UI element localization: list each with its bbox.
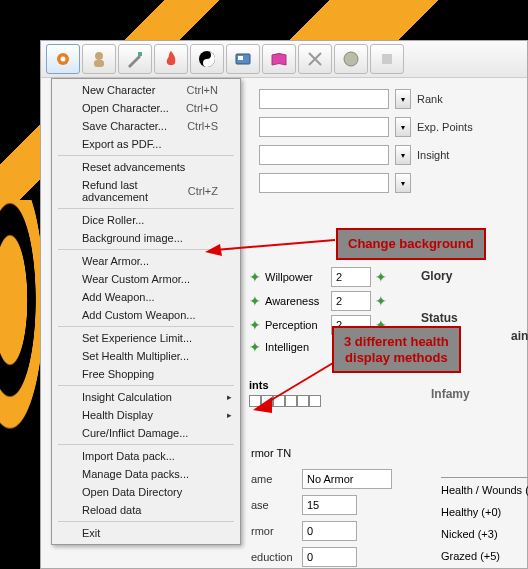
plus-icon[interactable]: ✦	[375, 293, 387, 309]
svg-rect-4	[138, 52, 142, 56]
menu-item[interactable]: Export as PDF...	[54, 135, 238, 153]
tool-coin[interactable]	[334, 44, 368, 74]
menu-item[interactable]: Exit	[54, 524, 238, 542]
tool-crossed[interactable]	[298, 44, 332, 74]
svg-line-12	[263, 360, 338, 405]
exp-field[interactable]	[259, 117, 389, 137]
hw-row: Grazed (+5)	[441, 550, 528, 562]
svg-rect-7	[238, 56, 243, 60]
tool-card[interactable]	[226, 44, 260, 74]
exp-label: Exp. Points	[417, 121, 473, 133]
armor-base-label: ase	[251, 499, 296, 511]
stat-field[interactable]	[331, 291, 371, 311]
tool-yinyang[interactable]	[190, 44, 224, 74]
menu-item[interactable]: Reload data	[54, 501, 238, 519]
armor-name-field[interactable]	[302, 469, 392, 489]
armor-red-label: eduction	[251, 551, 296, 563]
svg-point-8	[344, 52, 358, 66]
menu-item[interactable]: Cure/Inflict Damage...	[54, 424, 238, 442]
svg-marker-11	[205, 244, 222, 256]
armor-name-label: ame	[251, 473, 296, 485]
menu-item[interactable]: Dice Roller...	[54, 211, 238, 229]
plus-icon[interactable]: ✦	[249, 293, 261, 309]
tool-character[interactable]	[82, 44, 116, 74]
rank-label: Rank	[417, 93, 443, 105]
exp-dropdown[interactable]: ▾	[395, 117, 411, 137]
plus-icon[interactable]: ✦	[375, 269, 387, 285]
plus-icon[interactable]: ✦	[249, 269, 261, 285]
menu-item[interactable]: Free Shopping	[54, 365, 238, 383]
tool-swords[interactable]	[118, 44, 152, 74]
plus-icon[interactable]: ✦	[249, 317, 261, 333]
hw-row: Healthy (+0)	[441, 506, 528, 518]
armor-armor-field[interactable]	[302, 521, 357, 541]
armor-base-field[interactable]	[302, 495, 357, 515]
menu-item[interactable]: Open Data Directory	[54, 483, 238, 501]
svg-rect-9	[382, 54, 392, 64]
stat-row: ✦Willpower✦	[249, 267, 387, 287]
status-header: Status	[421, 311, 458, 325]
glory-header: Glory	[421, 269, 458, 283]
armor-tn-label: rmor TN	[251, 447, 392, 459]
tool-misc[interactable]	[370, 44, 404, 74]
tool-book[interactable]	[262, 44, 296, 74]
insight-field[interactable]	[259, 145, 389, 165]
insight-dropdown[interactable]: ▾	[395, 145, 411, 165]
main-menu: New CharacterCtrl+NOpen Character...Ctrl…	[51, 78, 241, 545]
svg-marker-13	[253, 397, 272, 413]
menu-item[interactable]: Set Experience Limit...	[54, 329, 238, 347]
extra-field[interactable]	[259, 173, 389, 193]
annotation-change-bg: Change background	[336, 228, 486, 260]
stat-field[interactable]	[331, 267, 371, 287]
menu-item[interactable]: Health Display	[54, 406, 238, 424]
arrow-1	[200, 230, 340, 260]
svg-point-1	[61, 57, 66, 62]
rank-field[interactable]	[259, 89, 389, 109]
menu-item[interactable]: Insight Calculation	[54, 388, 238, 406]
plus-icon[interactable]: ✦	[249, 339, 261, 355]
extra-dropdown[interactable]: ▾	[395, 173, 411, 193]
menu-item[interactable]: Open Character...Ctrl+O	[54, 99, 238, 117]
menu-item[interactable]: Manage Data packs...	[54, 465, 238, 483]
app-window: New CharacterCtrl+NOpen Character...Ctrl…	[40, 40, 528, 569]
health-wounds-box: Health / Wounds (x Healthy (+0)Nicked (+…	[441, 477, 528, 569]
infamy-header: Infamy	[431, 387, 470, 401]
menu-item[interactable]: New CharacterCtrl+N	[54, 81, 238, 99]
svg-rect-3	[94, 60, 104, 67]
menu-item[interactable]: Import Data pack...	[54, 447, 238, 465]
armor-armor-label: rmor	[251, 525, 296, 537]
insight-label: Insight	[417, 149, 449, 161]
main-toolbar	[41, 41, 527, 78]
tool-gear[interactable]	[46, 44, 80, 74]
hw-title: Health / Wounds (x	[441, 484, 528, 496]
taint-header: aint	[511, 329, 528, 343]
svg-point-2	[95, 52, 103, 60]
tool-flame[interactable]	[154, 44, 188, 74]
svg-line-10	[215, 240, 335, 250]
hw-row: Nicked (+3)	[441, 528, 528, 540]
armor-red-field[interactable]	[302, 547, 357, 567]
menu-item[interactable]: Add Weapon...	[54, 288, 238, 306]
content-area: New CharacterCtrl+NOpen Character...Ctrl…	[41, 77, 527, 568]
stat-row: ✦Awareness✦	[249, 291, 387, 311]
menu-item[interactable]: Reset advancements	[54, 158, 238, 176]
menu-item[interactable]: Set Health Multiplier...	[54, 347, 238, 365]
menu-item[interactable]: Save Character...Ctrl+S	[54, 117, 238, 135]
annotation-health-display: 3 different health display methods	[332, 326, 461, 373]
rank-dropdown[interactable]: ▾	[395, 89, 411, 109]
menu-item[interactable]: Refund last advancementCtrl+Z	[54, 176, 238, 206]
menu-item[interactable]: Add Custom Weapon...	[54, 306, 238, 324]
menu-item[interactable]: Wear Custom Armor...	[54, 270, 238, 288]
